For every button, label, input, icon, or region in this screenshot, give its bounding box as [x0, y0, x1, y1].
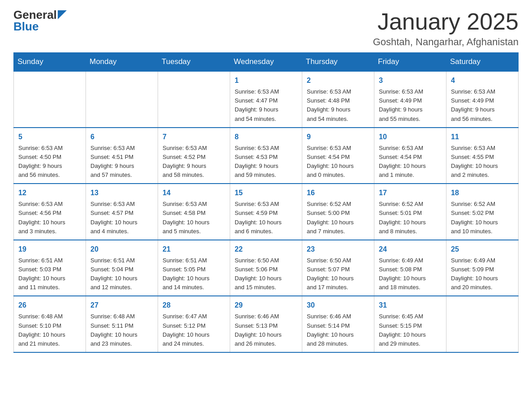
- calendar-header-sunday: Sunday: [14, 53, 86, 72]
- day-number: 16: [307, 188, 369, 198]
- calendar-table: SundayMondayTuesdayWednesdayThursdayFrid…: [13, 52, 519, 353]
- day-info: Sunrise: 6:53 AMSunset: 4:58 PMDaylight:…: [163, 200, 225, 236]
- calendar-cell: [86, 71, 158, 128]
- day-info: Sunrise: 6:53 AMSunset: 4:52 PMDaylight:…: [163, 144, 225, 180]
- calendar-week-2: 5Sunrise: 6:53 AMSunset: 4:50 PMDaylight…: [14, 128, 519, 184]
- day-info: Sunrise: 6:53 AMSunset: 4:49 PMDaylight:…: [379, 87, 442, 124]
- calendar-cell: 29Sunrise: 6:46 AMSunset: 5:13 PMDayligh…: [230, 296, 302, 352]
- day-info: Sunrise: 6:53 AMSunset: 4:49 PMDaylight:…: [451, 87, 514, 124]
- day-number: 19: [18, 244, 81, 255]
- calendar-cell: 1Sunrise: 6:53 AMSunset: 4:47 PMDaylight…: [230, 71, 302, 128]
- calendar-cell: 30Sunrise: 6:46 AMSunset: 5:14 PMDayligh…: [302, 296, 374, 352]
- calendar-cell: 23Sunrise: 6:50 AMSunset: 5:07 PMDayligh…: [302, 240, 374, 296]
- day-number: 20: [90, 244, 153, 255]
- calendar-header-monday: Monday: [86, 53, 158, 72]
- day-number: 10: [379, 132, 442, 142]
- day-info: Sunrise: 6:46 AMSunset: 5:13 PMDaylight:…: [235, 312, 297, 348]
- day-info: Sunrise: 6:53 AMSunset: 4:55 PMDaylight:…: [451, 144, 514, 180]
- calendar-cell: 2Sunrise: 6:53 AMSunset: 4:48 PMDaylight…: [302, 71, 374, 128]
- calendar-cell: 19Sunrise: 6:51 AMSunset: 5:03 PMDayligh…: [14, 240, 86, 296]
- day-number: 6: [90, 132, 153, 142]
- calendar-week-3: 12Sunrise: 6:53 AMSunset: 4:56 PMDayligh…: [14, 184, 519, 240]
- calendar-header-friday: Friday: [374, 53, 446, 72]
- day-info: Sunrise: 6:48 AMSunset: 5:11 PMDaylight:…: [90, 312, 153, 348]
- calendar-cell: 28Sunrise: 6:47 AMSunset: 5:12 PMDayligh…: [158, 296, 230, 352]
- logo-blue: Blue: [13, 20, 39, 34]
- day-number: 18: [451, 188, 514, 198]
- day-number: 30: [307, 300, 369, 311]
- calendar-cell: 14Sunrise: 6:53 AMSunset: 4:58 PMDayligh…: [158, 184, 230, 240]
- calendar-header-wednesday: Wednesday: [230, 53, 302, 72]
- day-number: 29: [235, 300, 297, 311]
- day-info: Sunrise: 6:53 AMSunset: 4:57 PMDaylight:…: [90, 200, 153, 236]
- day-info: Sunrise: 6:50 AMSunset: 5:06 PMDaylight:…: [235, 256, 297, 292]
- day-number: 2: [307, 75, 369, 86]
- day-info: Sunrise: 6:51 AMSunset: 5:05 PMDaylight:…: [163, 256, 225, 292]
- calendar-cell: 15Sunrise: 6:53 AMSunset: 4:59 PMDayligh…: [230, 184, 302, 240]
- day-info: Sunrise: 6:52 AMSunset: 5:02 PMDaylight:…: [451, 200, 514, 236]
- day-info: Sunrise: 6:49 AMSunset: 5:08 PMDaylight:…: [379, 256, 442, 292]
- calendar-cell: 16Sunrise: 6:52 AMSunset: 5:00 PMDayligh…: [302, 184, 374, 240]
- calendar-cell: 27Sunrise: 6:48 AMSunset: 5:11 PMDayligh…: [86, 296, 158, 352]
- day-number: 28: [163, 300, 225, 311]
- calendar-cell: 5Sunrise: 6:53 AMSunset: 4:50 PMDaylight…: [14, 128, 86, 184]
- calendar-cell: 9Sunrise: 6:53 AMSunset: 4:54 PMDaylight…: [302, 128, 374, 184]
- page-header: General Blue January 2025 Goshtah, Nanga…: [13, 9, 519, 48]
- calendar-cell: 20Sunrise: 6:51 AMSunset: 5:04 PMDayligh…: [86, 240, 158, 296]
- calendar-week-4: 19Sunrise: 6:51 AMSunset: 5:03 PMDayligh…: [14, 240, 519, 296]
- day-number: 23: [307, 244, 369, 255]
- day-number: 8: [235, 132, 297, 142]
- day-info: Sunrise: 6:47 AMSunset: 5:12 PMDaylight:…: [163, 312, 225, 348]
- day-info: Sunrise: 6:53 AMSunset: 4:50 PMDaylight:…: [18, 144, 81, 180]
- page-title: January 2025: [373, 9, 519, 34]
- calendar-cell: 17Sunrise: 6:52 AMSunset: 5:01 PMDayligh…: [374, 184, 446, 240]
- calendar-cell: 21Sunrise: 6:51 AMSunset: 5:05 PMDayligh…: [158, 240, 230, 296]
- calendar-cell: 7Sunrise: 6:53 AMSunset: 4:52 PMDaylight…: [158, 128, 230, 184]
- day-info: Sunrise: 6:53 AMSunset: 4:56 PMDaylight:…: [18, 200, 81, 236]
- calendar-cell: 8Sunrise: 6:53 AMSunset: 4:53 PMDaylight…: [230, 128, 302, 184]
- calendar-cell: 12Sunrise: 6:53 AMSunset: 4:56 PMDayligh…: [14, 184, 86, 240]
- calendar-cell: 26Sunrise: 6:48 AMSunset: 5:10 PMDayligh…: [14, 296, 86, 352]
- day-number: 22: [235, 244, 297, 255]
- calendar-cell: 11Sunrise: 6:53 AMSunset: 4:55 PMDayligh…: [446, 128, 519, 184]
- logo-general: General: [13, 9, 57, 21]
- day-number: 26: [18, 300, 81, 311]
- day-info: Sunrise: 6:51 AMSunset: 5:03 PMDaylight:…: [18, 256, 81, 292]
- day-info: Sunrise: 6:53 AMSunset: 4:53 PMDaylight:…: [235, 144, 297, 180]
- calendar-week-1: 1Sunrise: 6:53 AMSunset: 4:47 PMDaylight…: [14, 71, 519, 128]
- day-info: Sunrise: 6:45 AMSunset: 5:15 PMDaylight:…: [379, 312, 442, 348]
- day-info: Sunrise: 6:50 AMSunset: 5:07 PMDaylight:…: [307, 256, 369, 292]
- day-number: 17: [379, 188, 442, 198]
- calendar-cell: 4Sunrise: 6:53 AMSunset: 4:49 PMDaylight…: [446, 71, 519, 128]
- day-number: 9: [307, 132, 369, 142]
- calendar-header-saturday: Saturday: [446, 53, 519, 72]
- calendar-header-tuesday: Tuesday: [158, 53, 230, 72]
- calendar-header-row: SundayMondayTuesdayWednesdayThursdayFrid…: [14, 53, 519, 72]
- title-block: January 2025 Goshtah, Nangarhar, Afghani…: [373, 9, 519, 48]
- calendar-cell: 22Sunrise: 6:50 AMSunset: 5:06 PMDayligh…: [230, 240, 302, 296]
- day-number: 4: [451, 75, 514, 86]
- calendar-cell: 18Sunrise: 6:52 AMSunset: 5:02 PMDayligh…: [446, 184, 519, 240]
- day-info: Sunrise: 6:53 AMSunset: 4:59 PMDaylight:…: [235, 200, 297, 236]
- day-info: Sunrise: 6:46 AMSunset: 5:14 PMDaylight:…: [307, 312, 369, 348]
- day-number: 5: [18, 132, 81, 142]
- day-number: 12: [18, 188, 81, 198]
- day-info: Sunrise: 6:51 AMSunset: 5:04 PMDaylight:…: [90, 256, 153, 292]
- day-info: Sunrise: 6:53 AMSunset: 4:51 PMDaylight:…: [90, 144, 153, 180]
- day-number: 24: [379, 244, 442, 255]
- day-number: 21: [163, 244, 225, 255]
- day-number: 11: [451, 132, 514, 142]
- calendar-cell: 6Sunrise: 6:53 AMSunset: 4:51 PMDaylight…: [86, 128, 158, 184]
- day-number: 25: [451, 244, 514, 255]
- day-info: Sunrise: 6:49 AMSunset: 5:09 PMDaylight:…: [451, 256, 514, 292]
- calendar-cell: 3Sunrise: 6:53 AMSunset: 4:49 PMDaylight…: [374, 71, 446, 128]
- calendar-week-5: 26Sunrise: 6:48 AMSunset: 5:10 PMDayligh…: [14, 296, 519, 352]
- page-subtitle: Goshtah, Nangarhar, Afghanistan: [373, 36, 519, 48]
- calendar-cell: 10Sunrise: 6:53 AMSunset: 4:54 PMDayligh…: [374, 128, 446, 184]
- calendar-cell: [446, 296, 519, 352]
- day-number: 7: [163, 132, 225, 142]
- logo-arrow-icon: [58, 10, 67, 19]
- calendar-cell: 25Sunrise: 6:49 AMSunset: 5:09 PMDayligh…: [446, 240, 519, 296]
- day-number: 15: [235, 188, 297, 198]
- day-number: 3: [379, 75, 442, 86]
